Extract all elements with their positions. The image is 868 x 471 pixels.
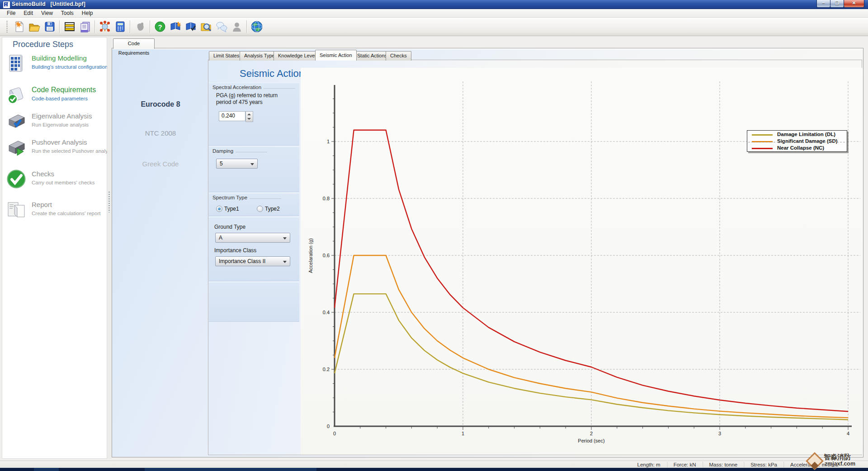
type1-label[interactable]: Type1 [224,206,239,212]
building-icon [6,53,26,73]
watermark: 智淼消防 zmjaxf.com [807,452,868,469]
window-bottom-edge [0,468,868,471]
svg-text:1: 1 [327,139,330,144]
subtab-checks[interactable]: Checks [386,51,411,61]
menu-bar: File Edit View Tools Help [0,9,868,18]
group-label: Damping [212,148,233,154]
svg-text:Accelaration (g): Accelaration (g) [308,238,313,273]
user-forum-disabled-icon [229,19,245,34]
feedback-bubbles-icon[interactable] [214,19,229,34]
splitter-handle[interactable] [108,192,110,212]
checks-book-icon[interactable] [183,19,198,34]
svg-text:0.4: 0.4 [323,310,330,315]
step-subtitle: Building's structural configuration [32,64,108,70]
pga-description: PGA (g) referred to return period of 475… [216,92,293,106]
sidebar-item-code-requirements[interactable]: Code Requirements Code-based parameters [5,85,104,108]
tutorial-book-icon[interactable] [168,19,183,34]
step-subtitle: Carry out members' checks [32,180,95,185]
eigenvalue-viewer-icon[interactable] [97,19,113,34]
step-title: Checks [32,170,54,178]
legend-damage-limitation: Damage Limitation (DL) [747,132,847,137]
importance-class-select[interactable]: Importance Class II [215,256,290,266]
response-spectrum-chart: 0123400.20.40.60.81Period (sec)Accelarat… [301,68,863,455]
seismosoft-website-icon[interactable] [249,19,264,34]
menu-help[interactable]: Help [78,9,97,17]
watermark-logo-icon [806,452,824,470]
legend-significant-damage: Significant Damage (SD) [747,138,847,144]
minimize-button[interactable]: – [816,0,830,8]
processor-check-icon [6,111,26,131]
status-force: Force: kN [667,462,703,467]
page-title: Seismic Action [240,68,304,80]
svg-text:0.2: 0.2 [323,367,330,372]
svg-text:Period (sec): Period (sec) [578,438,604,443]
menu-file[interactable]: File [3,9,19,17]
report-icon[interactable] [77,19,93,34]
step-title: Eigenvalue Analysis [32,112,92,120]
empty-group [209,282,299,322]
subtab-seismic-action[interactable]: Seismic Action [315,50,357,61]
group-label: Spectrum Type [212,195,247,200]
scroll-check-icon [6,85,26,105]
pga-spinner[interactable] [245,111,253,122]
svg-text:0.6: 0.6 [323,253,330,258]
help-icon[interactable]: ? [152,19,168,34]
sidebar-item-checks[interactable]: Checks Carry out members' checks [5,169,104,193]
code-eurocode8[interactable]: Eurocode 8 [113,100,208,108]
sidebar-splitter[interactable] [107,37,112,459]
group-label: Spectral Acceleration [212,85,261,90]
dl-line-swatch [752,134,773,136]
type2-label[interactable]: Type2 [265,206,280,212]
save-project-icon[interactable] [42,19,57,34]
open-project-icon[interactable] [27,19,42,34]
step-subtitle: Run the selected Pushover analyses [32,148,116,154]
ground-importance-group: Ground Type A Importance Class Importanc… [209,217,299,281]
step-subtitle: Create the calculations' report [32,211,100,216]
menu-view[interactable]: View [37,9,57,17]
status-length: Length: m [631,462,667,467]
svg-text:1: 1 [462,431,464,436]
sidebar-item-report[interactable]: Report Create the calculations' report [5,200,104,223]
svg-text:0.8: 0.8 [323,196,330,201]
type2-radio[interactable] [257,206,263,212]
chart-canvas: 0123400.20.40.60.81Period (sec)Accelarat… [301,68,863,455]
step-subtitle: Run Eigenvalue analysis [32,122,89,127]
legend-near-collapse: Near Collapse (NC) [747,145,847,151]
chart-legend: Damage Limitation (DL) Significant Damag… [747,130,847,152]
svg-text:3: 3 [718,431,721,436]
status-stress: Stress: kPa [744,462,783,467]
sidebar-heading: Procedure Steps [13,40,73,49]
sidebar-item-pushover-analysis[interactable]: Pushover Analysis Run the selected Pusho… [5,137,104,161]
type1-radio[interactable] [216,206,222,212]
pga-input[interactable]: 0.240 [219,111,245,121]
svg-text:0: 0 [333,431,336,436]
subtab-limit-states[interactable]: Limit States [209,51,244,61]
window-title: SeismoBuild [Untitled.bpf] [12,1,85,7]
spinner-up-icon[interactable] [247,113,251,115]
damping-select[interactable]: 5 [216,159,258,169]
svg-text:4: 4 [847,431,849,436]
code-calculator-icon[interactable] [113,19,128,34]
damping-group: Damping 5 [209,146,299,192]
ground-type-select[interactable]: A [215,233,290,243]
code-greek-code[interactable]: Greek Code [113,160,208,168]
menu-tools[interactable]: Tools [57,9,78,17]
toolbar-grip[interactable] [6,21,8,33]
step-subtitle: Code-based parameters [32,96,88,101]
pointer-tool-disabled-icon [132,19,148,34]
tab-code-requirements[interactable]: Code Requirements [113,38,155,49]
menu-edit[interactable]: Edit [19,9,37,17]
step-title: Code Requirements [32,86,96,94]
code-ntc2008[interactable]: NTC 2008 [113,129,208,137]
spinner-down-icon[interactable] [247,118,251,120]
new-project-icon[interactable] [11,19,27,34]
sidebar-item-building-modelling[interactable]: Building Modelling Building's structural… [5,53,104,77]
building-modeller-icon[interactable] [62,19,77,34]
close-button[interactable]: ✕ [844,0,864,8]
search-folder-icon[interactable] [198,19,214,34]
restore-button[interactable]: ❐ [830,0,844,8]
green-check-icon [6,169,26,189]
step-title: Pushover Analysis [32,138,87,146]
sidebar-item-eigenvalue-analysis[interactable]: Eigenvalue Analysis Run Eigenvalue analy… [5,111,104,135]
subtab-knowledge-level[interactable]: Knowledge Level [274,51,321,61]
